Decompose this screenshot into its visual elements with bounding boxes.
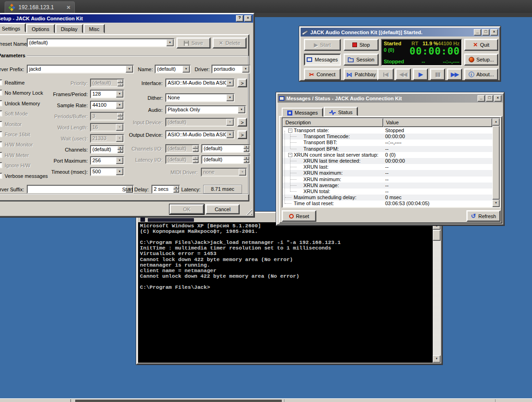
- setup-button[interactable]: Setup...: [464, 54, 498, 66]
- dropdown-icon[interactable]: ▼: [238, 106, 245, 113]
- dropdown-icon[interactable]: ▼: [242, 66, 249, 73]
- status-scroll-down-icon[interactable]: ▼: [492, 200, 500, 207]
- server-prefix-combo[interactable]: jackd ▼: [27, 65, 134, 73]
- input-device-combo[interactable]: (default)▼: [165, 118, 235, 127]
- about-button[interactable]: i About...: [464, 68, 498, 80]
- resize-grip[interactable]: [246, 209, 252, 215]
- fast-forward-button[interactable]: ▶▶: [447, 68, 462, 80]
- tab-status[interactable]: Status: [324, 107, 358, 116]
- session-button[interactable]: Session: [344, 54, 379, 66]
- terminal-scroll-track[interactable]: [433, 222, 441, 363]
- maximize-icon[interactable]: □: [486, 95, 493, 102]
- tree-expand-icon[interactable]: −: [288, 153, 292, 157]
- preset-name-combo[interactable]: (default) ▼: [27, 38, 175, 47]
- spin-down-icon[interactable]: ▼: [243, 149, 249, 152]
- input-device-browse-button[interactable]: >: [237, 118, 247, 127]
- interface-browse-button[interactable]: >: [237, 79, 247, 87]
- spin-up-icon[interactable]: ▲: [243, 145, 249, 149]
- status-titlebar[interactable]: Messages / Status - JACK Audio Connectio…: [278, 94, 503, 103]
- midi-driver-combo[interactable]: none▼: [201, 168, 247, 177]
- output-device-combo[interactable]: ASIO::M-Audio Delta ASIO▼: [165, 130, 235, 139]
- dropdown-icon[interactable]: ▼: [182, 66, 190, 73]
- reset-button[interactable]: Reset: [282, 210, 316, 222]
- vnc-connection-tab[interactable]: 192.168.123.1 ✕: [5, 1, 75, 13]
- patchbay-button[interactable]: ⋈ Patchbay: [344, 68, 379, 80]
- table-row[interactable]: XRUN last time detected:00:00:00: [283, 158, 492, 164]
- status-scroll-thumb[interactable]: [492, 126, 500, 200]
- start-delay-spinner[interactable]: 2 secs ▲▼: [151, 185, 180, 194]
- quit-button[interactable]: ✕ Quit: [464, 39, 498, 51]
- spin-up-icon[interactable]: ▲: [173, 186, 179, 189]
- stop-button[interactable]: Stop: [344, 39, 379, 51]
- table-row[interactable]: XRUN minimum:--: [283, 177, 492, 183]
- table-row[interactable]: Transport BPM:--: [283, 146, 492, 152]
- dropdown-icon[interactable]: ▼: [239, 169, 246, 176]
- table-row[interactable]: Transport BBT:--:--,----: [283, 140, 492, 146]
- dropdown-icon[interactable]: ▼: [116, 168, 123, 175]
- messages-button[interactable]: Messages: [304, 54, 341, 66]
- checkbox-monitor[interactable]: [0, 121, 2, 127]
- dropdown-icon[interactable]: ▼: [126, 66, 133, 73]
- checkbox-h-w-monitor[interactable]: [0, 141, 2, 147]
- table-row[interactable]: XRUN last:--: [283, 164, 492, 170]
- dropdown-icon[interactable]: ▼: [226, 79, 234, 86]
- maximize-icon[interactable]: □: [482, 29, 490, 36]
- dropdown-icon[interactable]: ▼: [166, 39, 174, 46]
- jack-titlebar[interactable]: JACK Audio Connection Kit [(default)] St…: [301, 28, 499, 37]
- terminal-scrollbar[interactable]: ▲ ▼: [433, 222, 441, 363]
- table-row[interactable]: −XRUN count since last server startup:0 …: [283, 152, 492, 158]
- tree-expand-icon[interactable]: −: [288, 128, 292, 133]
- spin-up-icon[interactable]: ▲: [193, 145, 199, 149]
- save-button[interactable]: Save: [176, 37, 211, 49]
- name-combo[interactable]: (default) ▼: [155, 65, 191, 73]
- refresh-button[interactable]: ↺ Refresh: [466, 210, 501, 222]
- timeout-msec-combo[interactable]: 500▼: [90, 167, 124, 176]
- spin-down-icon[interactable]: ▼: [173, 189, 179, 193]
- start-button[interactable]: ▶ Start: [304, 39, 341, 51]
- spin-up-icon[interactable]: ▲: [193, 156, 199, 160]
- spin-down-icon[interactable]: ▼: [193, 149, 199, 152]
- close-icon[interactable]: ✕: [494, 95, 502, 102]
- channels-i-o-spinner-1[interactable]: (default)▲▼: [165, 144, 200, 153]
- pause-button[interactable]: ▮▮: [430, 68, 445, 80]
- spin-down-icon[interactable]: ▼: [243, 160, 249, 164]
- dropdown-icon[interactable]: ▼: [226, 119, 234, 126]
- spin-up-icon[interactable]: ▲: [117, 113, 123, 116]
- play-button[interactable]: ▶: [413, 68, 428, 80]
- latency-i-o-spinner-2[interactable]: (default)▲▼: [201, 155, 250, 164]
- channels-i-o-spinner-2[interactable]: (default)▲▼: [201, 144, 250, 153]
- table-row[interactable]: −Transport state:Stopped: [283, 128, 492, 134]
- dropdown-icon[interactable]: ▼: [226, 94, 234, 101]
- spin-up-icon[interactable]: ▲: [243, 156, 249, 160]
- table-row[interactable]: Transport Timecode:00:00:00: [283, 134, 492, 140]
- spin-down-icon[interactable]: ▼: [193, 160, 199, 164]
- table-row[interactable]: Maximum scheduling delay:0 msec: [283, 195, 492, 201]
- checkbox-ignore-h-w[interactable]: [0, 162, 2, 168]
- status-scrollbar[interactable]: ▲ ▼: [492, 118, 500, 207]
- dither-combo[interactable]: None▼: [165, 93, 235, 102]
- delete-button[interactable]: ✕ Delete: [212, 37, 247, 49]
- latency-i-o-spinner-1[interactable]: (default)▲▼: [165, 155, 200, 164]
- terminal-client[interactable]: Microsoft Windows XP [Версия 5.1.2600] (…: [138, 222, 441, 363]
- table-row[interactable]: XRUN total:--: [283, 189, 492, 195]
- ok-button[interactable]: OK: [169, 204, 204, 214]
- cancel-button[interactable]: Cancel: [206, 204, 240, 214]
- table-row[interactable]: XRUN average:--: [283, 183, 492, 189]
- interface-combo[interactable]: ASIO::M-Audio Delta ASIO▼: [165, 79, 235, 87]
- checkbox-realtime[interactable]: [0, 79, 2, 85]
- checkbox-force-16bit[interactable]: [0, 131, 2, 137]
- dropdown-icon[interactable]: ▼: [226, 131, 234, 138]
- rewind-button[interactable]: ◀◀: [395, 68, 411, 80]
- minimize-icon[interactable]: _: [474, 29, 481, 36]
- terminal-scroll-thumb[interactable]: [433, 230, 441, 241]
- skip-backward-button[interactable]: ◀: [377, 68, 394, 80]
- connect-button[interactable]: ✂ Connect: [304, 68, 341, 80]
- close-icon[interactable]: ✕: [490, 29, 498, 36]
- table-row[interactable]: Time of last reset:03:06:53 (00:04:05): [283, 201, 492, 207]
- tab-close-icon[interactable]: ✕: [66, 5, 71, 11]
- table-row[interactable]: XRUN maximum:--: [283, 170, 492, 176]
- checkbox-verbose-messages[interactable]: [0, 173, 2, 179]
- output-device-browse-button[interactable]: >: [237, 130, 247, 139]
- checkbox-h-w-meter[interactable]: [0, 152, 2, 158]
- audio-combo[interactable]: Playback Only▼: [165, 105, 246, 114]
